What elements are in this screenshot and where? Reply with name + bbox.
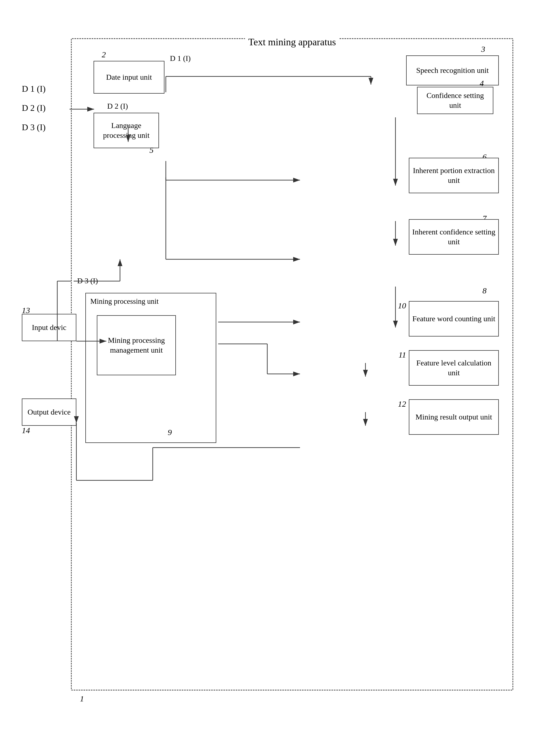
language-processing-unit: Language processing unit <box>94 113 159 148</box>
d3-i-flow-label: D 3 (I) <box>77 276 98 285</box>
mining-processing-outer-label: Mining processing unit <box>90 297 159 306</box>
feature-level-calculation-unit: Feature level calculation unit <box>409 350 499 386</box>
ref-2: 2 <box>102 50 106 59</box>
d2-label: D 2 (I) <box>22 98 46 117</box>
main-apparatus-box: Text mining apparatus 1 2 Date input uni… <box>71 38 513 690</box>
ref-4: 4 <box>480 79 484 88</box>
d2-i-flow-label: D 2 (I) <box>107 102 128 111</box>
mining-processing-outer-box: Mining processing unit Mining processing… <box>85 293 216 443</box>
ref-5: 5 <box>150 145 154 155</box>
ref-11: 11 <box>398 350 406 359</box>
ref-1: 1 <box>80 694 84 703</box>
d1-label: D 1 (I) <box>22 79 46 98</box>
d1-i-flow-label: D 1 (I) <box>170 54 191 63</box>
d3-label: D 3 (I) <box>22 118 46 137</box>
ref-8: 8 <box>482 286 487 295</box>
inherent-confidence-setting-unit: Inherent confidence setting unit <box>409 219 499 255</box>
feature-word-counting-unit: Feature word counting unit <box>409 301 499 337</box>
ref-13: 13 <box>22 306 30 315</box>
inherent-portion-extraction-unit: Inherent portion extraction unit <box>409 158 499 193</box>
ref-9: 9 <box>168 428 172 437</box>
ref-12: 12 <box>398 399 406 409</box>
mining-processing-management-unit: Mining processing management unit <box>97 315 176 375</box>
date-input-unit: Date input unit <box>94 61 165 94</box>
mining-result-output-unit: Mining result output unit <box>409 399 499 435</box>
ref-14: 14 <box>22 426 30 435</box>
ref-3: 3 <box>481 44 485 54</box>
ref-10: 10 <box>398 301 406 310</box>
confidence-setting-unit: Confidence setting unit <box>417 87 493 114</box>
output-device-box: Output device <box>22 398 76 426</box>
speech-recognition-unit: Speech recognition unit <box>406 55 499 85</box>
input-device-box: Input devic <box>22 314 76 341</box>
main-title: Text mining apparatus <box>245 36 339 48</box>
input-labels: D 1 (I) D 2 (I) D 3 (I) <box>22 79 46 137</box>
